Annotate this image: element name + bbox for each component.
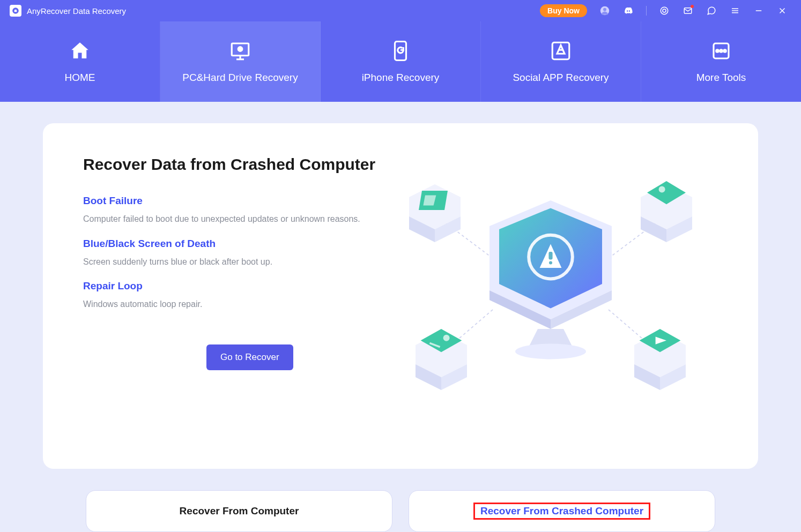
tab-iphone-recovery[interactable]: iPhone Recovery [321, 21, 481, 102]
svg-rect-16 [395, 42, 406, 61]
user-avatar-icon[interactable] [598, 4, 612, 18]
tab-label: iPhone Recovery [362, 72, 440, 84]
section-boot-failure: Boot Failure Computer failed to boot due… [83, 195, 383, 238]
button-label: Recover From Computer [180, 505, 299, 517]
main-nav: HOME PC&Hard Drive Recovery iPhone Recov… [0, 21, 801, 102]
recover-from-computer-button[interactable]: Recover From Computer [86, 490, 392, 532]
menu-icon[interactable] [728, 4, 742, 18]
tab-social-recovery[interactable]: Social APP Recovery [481, 21, 641, 102]
section-heading[interactable]: Boot Failure [83, 195, 383, 207]
svg-point-20 [720, 50, 723, 53]
tab-label: PC&Hard Drive Recovery [182, 72, 298, 84]
more-icon [710, 40, 732, 62]
svg-point-21 [724, 50, 726, 53]
tab-home[interactable]: HOME [0, 21, 160, 102]
buy-now-button[interactable]: Buy Now [540, 4, 587, 17]
section-desc: Screen suddenly turns blue or black afte… [83, 255, 383, 269]
main-card: Recover Data from Crashed Computer Boot … [43, 123, 758, 469]
discord-icon[interactable] [621, 4, 635, 18]
highlighted-label: Recover From Crashed Computer [473, 503, 650, 520]
section-repair-loop: Repair Loop Windows automatic loop repai… [83, 280, 383, 323]
target-icon[interactable] [657, 4, 671, 18]
separator [646, 6, 647, 16]
chat-icon[interactable] [704, 4, 718, 18]
section-heading[interactable]: Blue/Black Screen of Death [83, 238, 383, 250]
illustration [383, 155, 718, 442]
monitor-icon [229, 40, 251, 62]
app-store-icon [550, 40, 572, 62]
svg-point-13 [238, 47, 242, 51]
svg-point-19 [716, 50, 719, 53]
svg-point-2 [603, 8, 606, 11]
crashed-computer-illustration [383, 155, 718, 425]
tab-label: HOME [65, 72, 95, 84]
notification-dot [691, 5, 694, 8]
card-text-column: Recover Data from Crashed Computer Boot … [83, 155, 383, 442]
svg-point-30 [659, 186, 665, 193]
svg-point-3 [661, 7, 668, 14]
recover-from-crashed-computer-button[interactable]: Recover From Crashed Computer [409, 490, 715, 532]
section-desc: Computer failed to boot due to unexpecte… [83, 212, 383, 226]
go-to-recover-button[interactable]: Go to Recover [206, 344, 293, 370]
tab-more-tools[interactable]: More Tools [641, 21, 801, 102]
titlebar: AnyRecover Data Recovery Buy Now [0, 0, 801, 21]
app-logo [10, 5, 21, 17]
app-title: AnyRecover Data Recovery [27, 6, 126, 16]
bottom-button-row: Recover From Computer Recover From Crash… [43, 469, 758, 532]
section-bsod: Blue/Black Screen of Death Screen sudden… [83, 238, 383, 281]
tab-label: More Tools [696, 72, 746, 84]
minimize-icon[interactable] [752, 4, 766, 18]
home-icon [69, 40, 91, 62]
close-icon[interactable] [775, 4, 789, 18]
content-area: Recover Data from Crashed Computer Boot … [0, 102, 801, 532]
svg-point-29 [515, 344, 586, 359]
section-heading[interactable]: Repair Loop [83, 280, 383, 292]
phone-refresh-icon [389, 40, 412, 62]
svg-point-27 [549, 261, 552, 264]
section-desc: Windows automatic loop repair. [83, 297, 383, 311]
svg-rect-28 [548, 252, 552, 259]
svg-point-31 [443, 335, 450, 341]
tab-pc-recovery[interactable]: PC&Hard Drive Recovery [160, 21, 321, 102]
svg-point-4 [663, 9, 666, 12]
mail-icon[interactable] [681, 4, 695, 18]
tab-label: Social APP Recovery [513, 72, 609, 84]
card-title: Recover Data from Crashed Computer [83, 155, 383, 174]
